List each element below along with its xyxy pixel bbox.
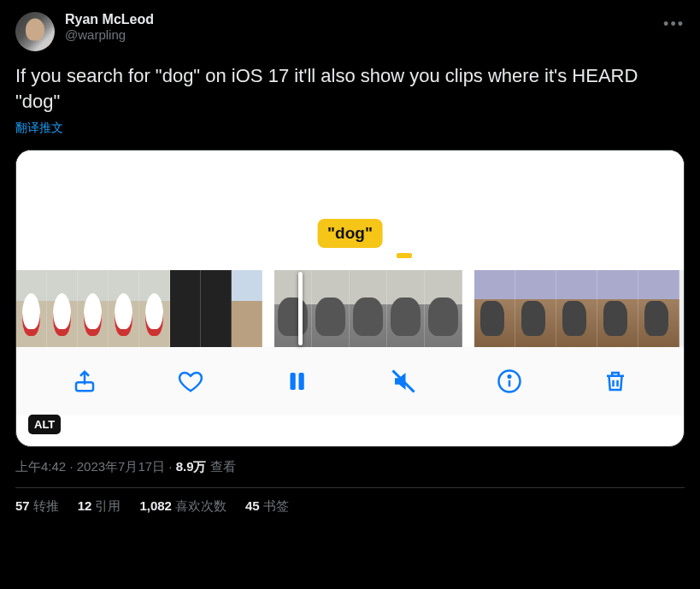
- clip-group-1[interactable]: [16, 270, 262, 347]
- stats-row: 57转推 12引用 1,082喜欢次数 45书签: [15, 498, 685, 515]
- svg-rect-2: [299, 373, 304, 390]
- tweet-meta[interactable]: 上午4:42 · 2023年7月17日 · 8.9万 查看: [15, 459, 685, 475]
- clip-group-3[interactable]: [474, 270, 679, 347]
- avatar[interactable]: [15, 12, 55, 51]
- more-icon[interactable]: •••: [663, 12, 685, 33]
- clip-group-2[interactable]: [274, 270, 462, 347]
- alt-badge[interactable]: ALT: [28, 415, 61, 434]
- media-top: "dog": [16, 150, 684, 270]
- retweets-stat[interactable]: 57转推: [15, 498, 59, 515]
- svg-point-6: [508, 376, 510, 379]
- media-card[interactable]: "dog": [15, 150, 685, 447]
- timeline-marker: [397, 253, 412, 258]
- media-toolbar: [16, 347, 684, 415]
- tweet-text: If you search for "dog" on iOS 17 it'll …: [15, 63, 685, 114]
- likes-stat[interactable]: 1,082喜欢次数: [139, 498, 226, 515]
- handle: @warpling: [65, 27, 653, 42]
- tweet-container: Ryan McLeod @warpling ••• If you search …: [0, 0, 700, 523]
- tweet-date: 2023年7月17日: [77, 459, 165, 474]
- tweet-header: Ryan McLeod @warpling •••: [15, 12, 685, 51]
- playhead-indicator[interactable]: [298, 272, 303, 345]
- translate-link[interactable]: 翻译推文: [15, 121, 685, 136]
- views-count: 8.9万: [176, 459, 207, 474]
- share-icon[interactable]: [68, 364, 102, 398]
- bookmarks-stat[interactable]: 45书签: [245, 498, 289, 515]
- pause-icon[interactable]: [279, 364, 314, 398]
- author-names[interactable]: Ryan McLeod @warpling: [65, 12, 653, 42]
- quotes-stat[interactable]: 12引用: [78, 498, 121, 515]
- divider: [15, 487, 685, 488]
- trash-icon[interactable]: [598, 364, 632, 398]
- info-icon[interactable]: [492, 364, 526, 398]
- video-filmstrip[interactable]: [16, 270, 684, 347]
- svg-rect-1: [291, 373, 296, 390]
- heart-icon[interactable]: [174, 364, 208, 398]
- tweet-time: 上午4:42: [15, 459, 66, 474]
- display-name: Ryan McLeod: [65, 12, 653, 27]
- mute-icon[interactable]: [386, 364, 421, 398]
- search-term-badge: "dog": [317, 219, 383, 248]
- views-label: 查看: [210, 459, 236, 474]
